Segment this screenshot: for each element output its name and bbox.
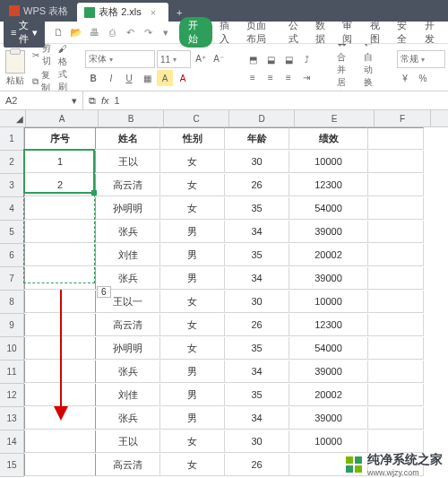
cell-B5[interactable]: 张兵 — [96, 221, 160, 243]
cell-B1[interactable]: 姓名 — [96, 127, 160, 150]
cell-E3[interactable]: 12300 — [289, 174, 368, 196]
indent-icon[interactable]: ⇥ — [298, 69, 314, 85]
select-all-corner[interactable]: ◢ — [0, 110, 26, 126]
row-header[interactable]: 7 — [0, 267, 24, 291]
cell-A3[interactable]: 2 — [24, 174, 96, 196]
cell-A10[interactable] — [24, 337, 96, 360]
percent-icon[interactable]: % — [415, 70, 431, 86]
cell-C2[interactable]: 女 — [160, 151, 225, 173]
cell-E13[interactable]: 39000 — [289, 407, 368, 430]
col-A-header[interactable]: A — [26, 110, 99, 126]
tab-security[interactable]: 安全 — [392, 17, 417, 48]
name-box[interactable]: A2 ▾ — [0, 91, 83, 109]
cell-B8[interactable]: 王以一 — [96, 291, 160, 313]
merge-center-button[interactable]: ⬌ 合并居中 — [332, 44, 352, 91]
cell-A7[interactable] — [24, 267, 96, 290]
chevron-down-icon[interactable]: ▾ — [159, 27, 172, 39]
cell-F2[interactable] — [368, 151, 424, 173]
align-left-icon[interactable]: ≡ — [245, 69, 261, 85]
cut-button[interactable]: ✂ 剪切 — [32, 44, 51, 67]
cell-A13[interactable] — [24, 407, 96, 430]
cell-D5[interactable]: 34 — [225, 221, 289, 243]
cell-A2[interactable]: 1 — [24, 151, 96, 173]
col-E-header[interactable]: E — [295, 110, 375, 126]
open-icon[interactable]: 📂 — [70, 27, 82, 39]
cell-C10[interactable]: 女 — [160, 337, 225, 360]
col-F-header[interactable]: F — [375, 110, 431, 126]
cell-F4[interactable] — [368, 197, 424, 220]
cell-E12[interactable]: 20002 — [289, 384, 368, 406]
paste-button[interactable]: 粘贴 — [5, 50, 25, 87]
align-center-icon[interactable]: ≡ — [263, 69, 279, 85]
orientation-icon[interactable]: ⤴ — [298, 51, 314, 67]
row-header[interactable]: 11 — [0, 361, 24, 384]
cell-B11[interactable]: 张兵 — [96, 361, 160, 383]
cell-E6[interactable]: 20002 — [289, 244, 368, 266]
document-tab[interactable]: 表格 2.xls × — [77, 3, 168, 22]
align-top-icon[interactable]: ⬒ — [245, 51, 261, 67]
wrap-text-button[interactable]: ↩ 自动换行 — [359, 44, 379, 91]
fill-color-button[interactable]: A — [157, 70, 173, 86]
cell-B9[interactable]: 高云清 — [96, 314, 160, 336]
cell-B14[interactable]: 王以 — [96, 430, 160, 453]
link-icon[interactable]: ⧉ — [89, 95, 96, 107]
cell-D6[interactable]: 35 — [225, 244, 289, 266]
cell-B2[interactable]: 王以 — [96, 151, 160, 173]
cell-F7[interactable] — [368, 267, 424, 290]
row-header[interactable]: 8 — [0, 291, 24, 314]
cell-D7[interactable]: 34 — [225, 267, 289, 290]
italic-button[interactable]: I — [103, 70, 119, 86]
cell-C6[interactable]: 男 — [160, 244, 225, 266]
fx-icon[interactable]: fx — [101, 95, 109, 106]
font-size-select[interactable]: 11▾ — [157, 50, 191, 68]
cell-C14[interactable]: 女 — [160, 430, 225, 453]
cell-E9[interactable]: 12300 — [289, 314, 368, 336]
cell-A8[interactable] — [24, 291, 96, 313]
cell-A15[interactable] — [24, 454, 96, 476]
cell-B3[interactable]: 高云清 — [96, 174, 160, 196]
copy-button[interactable]: ⧉ 复制 — [32, 69, 51, 91]
cell-C13[interactable]: 男 — [160, 407, 225, 430]
cell-C9[interactable]: 女 — [160, 314, 225, 336]
cell-B12[interactable]: 刘佳 — [96, 384, 160, 406]
row-header[interactable]: 10 — [0, 337, 24, 361]
cell-C11[interactable]: 男 — [160, 361, 225, 383]
cell-E8[interactable]: 10000 — [289, 291, 368, 313]
cell-F1[interactable] — [368, 127, 424, 150]
align-bottom-icon[interactable]: ⬓ — [280, 51, 297, 67]
cell-A14[interactable] — [24, 430, 96, 453]
cell-D10[interactable]: 35 — [225, 337, 289, 360]
row-header[interactable]: 15 — [0, 454, 24, 477]
undo-icon[interactable]: ↶ — [124, 27, 136, 39]
cell-F6[interactable] — [368, 244, 424, 266]
col-C-header[interactable]: C — [164, 110, 229, 126]
font-name-select[interactable]: 宋体▾ — [85, 50, 155, 68]
cell-F12[interactable] — [368, 384, 424, 406]
row-header[interactable]: 3 — [0, 174, 24, 197]
cell-D12[interactable]: 35 — [225, 384, 289, 406]
cell-C3[interactable]: 女 — [160, 174, 225, 196]
cell-F10[interactable] — [368, 337, 424, 360]
cell-D11[interactable]: 34 — [225, 361, 289, 383]
tab-home[interactable]: 开始 — [179, 17, 211, 48]
close-document-icon[interactable]: × — [151, 7, 156, 18]
cell-A9[interactable] — [24, 314, 96, 336]
cell-B6[interactable]: 刘佳 — [96, 244, 160, 266]
cell-A11[interactable] — [24, 361, 96, 383]
cell-D13[interactable]: 34 — [225, 407, 289, 430]
cell-E2[interactable]: 10000 — [289, 151, 368, 173]
cell-B13[interactable]: 张兵 — [96, 407, 160, 430]
cell-E4[interactable]: 54000 — [289, 197, 368, 220]
row-header[interactable]: 12 — [0, 384, 24, 407]
cell-F8[interactable] — [368, 291, 424, 313]
cell-B10[interactable]: 孙明明 — [96, 337, 160, 360]
cell-B15[interactable]: 高云清 — [96, 454, 160, 476]
align-right-icon[interactable]: ≡ — [280, 69, 297, 85]
new-icon[interactable]: 🗋 — [52, 27, 65, 39]
cell-A6[interactable] — [24, 244, 96, 266]
cell-C15[interactable]: 女 — [160, 454, 225, 476]
cell-C8[interactable]: 女 — [160, 291, 225, 313]
border-button[interactable]: ▦ — [139, 70, 155, 86]
file-menu[interactable]: ≡ 文件 ▾ — [4, 17, 45, 48]
cell-C5[interactable]: 男 — [160, 221, 225, 243]
